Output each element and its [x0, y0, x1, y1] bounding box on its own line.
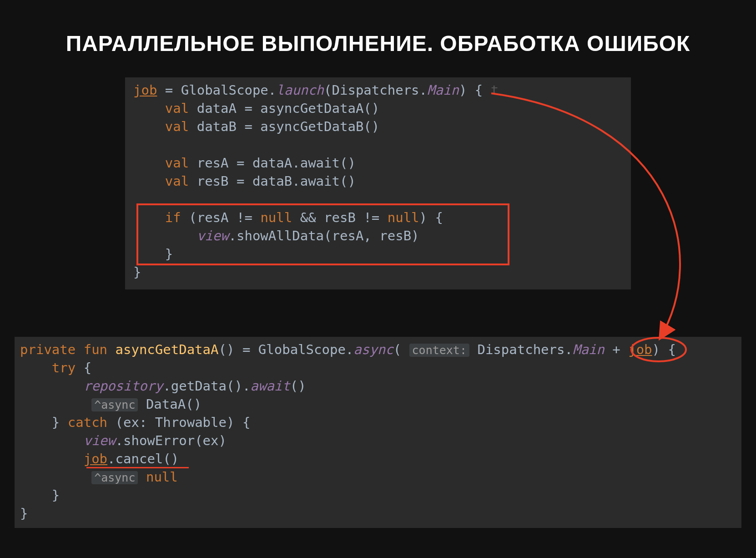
code-line: }	[133, 263, 631, 281]
code-line: view.showError(ex)	[20, 431, 741, 450]
code-line: }	[20, 504, 741, 522]
code-block-bottom: private fun asyncGetDataA() = GlobalScop…	[15, 337, 741, 528]
code-block-top: job = GlobalScope.launch(Dispatchers.Mai…	[125, 77, 631, 289]
code-line: repository.getData().await()	[20, 377, 741, 395]
code-line: ^async DataA()	[20, 395, 741, 413]
code-line: val dataB = asyncGetDataB()	[133, 117, 631, 136]
code-line: } catch (ex: Throwable) {	[20, 413, 741, 431]
code-line: val resA = dataA.await()	[133, 154, 631, 172]
code-line: }	[20, 486, 741, 504]
code-line	[133, 136, 631, 154]
code-line: if (resA != null && resB != null) {	[133, 208, 631, 227]
code-line: val resB = dataB.await()	[133, 172, 631, 190]
code-line: job = GlobalScope.launch(Dispatchers.Mai…	[133, 81, 631, 99]
code-line: }	[133, 245, 631, 263]
code-line: ^async null	[20, 468, 741, 486]
code-line: try {	[20, 359, 741, 377]
param-hint: context:	[409, 344, 469, 357]
code-line: job.cancel()	[20, 450, 741, 468]
return-hint: ^async	[91, 471, 138, 484]
slide-title: ПАРАЛЛЕЛЬНОЕ ВЫПОЛНЕНИЕ. ОБРАБОТКА ОШИБО…	[0, 0, 756, 74]
return-hint: ^async	[91, 398, 138, 411]
code-line: private fun asyncGetDataA() = GlobalScop…	[20, 340, 741, 359]
code-line: view.showAllData(resA, resB)	[133, 227, 631, 245]
code-line	[133, 190, 631, 208]
code-line: val dataA = asyncGetDataA()	[133, 99, 631, 117]
